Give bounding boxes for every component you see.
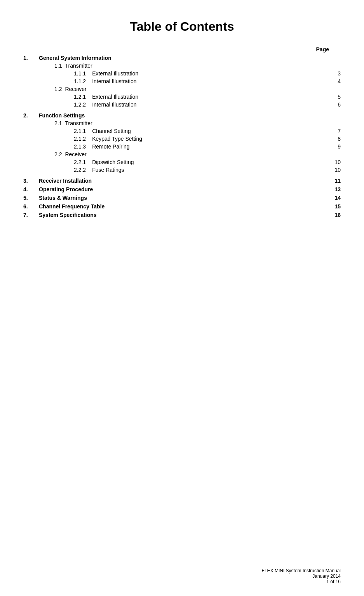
subsection-label: 2.2Receiver [39, 150, 329, 158]
item-label: 2.1.2Keypad Type Setting [39, 135, 329, 143]
item-label: 1.2.1External Illustration [39, 93, 329, 101]
toc-section-row: 6. Channel Frequency Table 15 [23, 202, 341, 210]
section-page: 11 [329, 176, 341, 185]
toc-subsection-row: 2.1Transmitter [23, 119, 341, 127]
section-number: 3. [23, 176, 39, 185]
toc-section-row: 4. Operating Procedure 13 [23, 185, 341, 193]
toc-item-row: 2.1.3Remote Pairing 9 [23, 143, 341, 150]
subsection-label: 1.1Transmitter [39, 62, 329, 70]
toc-item-row: 2.1.1Channel Setting 7 [23, 127, 341, 135]
section-page: 16 [329, 210, 341, 219]
section-label: Function Settings [39, 111, 329, 119]
footer-line1: FLEX MINI System Instruction Manual [262, 568, 341, 573]
toc-item-row: 1.2.1External Illustration 5 [23, 93, 341, 101]
item-page: 4 [329, 77, 341, 85]
page-column-header: Page [23, 45, 341, 53]
toc-item-row: 1.2.2Internal Illustration 6 [23, 101, 341, 108]
section-page [329, 53, 341, 62]
item-label: 2.1.1Channel Setting [39, 127, 329, 135]
item-page: 10 [329, 158, 341, 166]
item-page: 10 [329, 166, 341, 174]
item-page: 6 [329, 101, 341, 108]
subsection-page [329, 150, 341, 158]
section-label: System Specifications [39, 210, 329, 219]
page-header-label: Page [39, 45, 329, 53]
footer-line3: 1 of 16 [262, 579, 341, 584]
toc-section-row: 5. Status & Warnings 14 [23, 193, 341, 202]
item-label: 1.1.2Internal Illustration [39, 77, 329, 85]
toc-item-row: 2.2.1Dipswitch Setting 10 [23, 158, 341, 166]
toc-section-row: 7. System Specifications 16 [23, 210, 341, 219]
section-label: General System Information [39, 53, 329, 62]
toc-item-row: 1.1.1External Illustration 3 [23, 70, 341, 77]
section-number: 4. [23, 185, 39, 193]
section-number: 2. [23, 111, 39, 119]
toc-item-row: 2.1.2Keypad Type Setting 8 [23, 135, 341, 143]
item-page: 8 [329, 135, 341, 143]
subsection-label: 2.1Transmitter [39, 119, 329, 127]
item-label: 2.1.3Remote Pairing [39, 143, 329, 150]
section-number: 5. [23, 193, 39, 202]
section-number: 7. [23, 210, 39, 219]
toc-section-row: 2. Function Settings [23, 111, 341, 119]
page: Table of Contents Page 1. General System… [0, 0, 364, 596]
subsection-label: 1.2Receiver [39, 85, 329, 93]
item-page: 5 [329, 93, 341, 101]
item-page: 7 [329, 127, 341, 135]
item-page: 3 [329, 70, 341, 77]
section-page: 13 [329, 185, 341, 193]
page-title: Table of Contents [23, 16, 341, 34]
toc-subsection-row: 1.2Receiver [23, 85, 341, 93]
toc-subsection-row: 1.1Transmitter [23, 62, 341, 70]
subsection-page [329, 85, 341, 93]
section-page: 14 [329, 193, 341, 202]
footer-line2: January 2014 [262, 573, 341, 579]
item-page: 9 [329, 143, 341, 150]
section-label: Operating Procedure [39, 185, 329, 193]
toc-subsection-row: 2.2Receiver [23, 150, 341, 158]
section-label: Receiver Installation [39, 176, 329, 185]
toc-item-row: 2.2.2Fuse Ratings 10 [23, 166, 341, 174]
subsection-page [329, 62, 341, 70]
item-label: 1.2.2Internal Illustration [39, 101, 329, 108]
item-label: 2.2.1Dipswitch Setting [39, 158, 329, 166]
section-label: Channel Frequency Table [39, 202, 329, 210]
section-number: 1. [23, 53, 39, 62]
footer: FLEX MINI System Instruction Manual Janu… [262, 568, 341, 584]
section-page [329, 111, 341, 119]
toc-table: Page 1. General System Information 1.1Tr… [23, 45, 341, 219]
toc-item-row: 1.1.2Internal Illustration 4 [23, 77, 341, 85]
toc-section-row: 3. Receiver Installation 11 [23, 176, 341, 185]
section-page: 15 [329, 202, 341, 210]
section-number: 6. [23, 202, 39, 210]
toc-section-row: 1. General System Information [23, 53, 341, 62]
subsection-page [329, 119, 341, 127]
section-label: Status & Warnings [39, 193, 329, 202]
item-label: 1.1.1External Illustration [39, 70, 329, 77]
item-label: 2.2.2Fuse Ratings [39, 166, 329, 174]
